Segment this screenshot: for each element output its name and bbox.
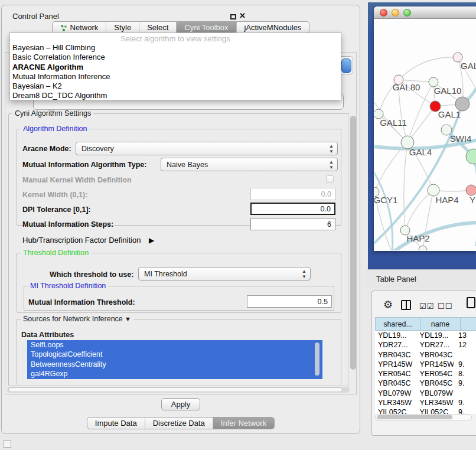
tab-label: Infer Network [221, 419, 266, 428]
table-row[interactable]: YLR345WYLR345W9. [375, 398, 476, 407]
table-row[interactable]: YDL19...YDL19...13 [375, 331, 476, 340]
table-row[interactable]: YPR145WYPR145W9. [375, 360, 476, 369]
manual-kernel-checkbox[interactable] [326, 175, 334, 183]
gear-icon[interactable]: ⚙ [383, 298, 393, 311]
data-attributes-label: Data Attributes [21, 331, 74, 339]
dpi-tolerance-label: DPI Tolerance [0,1]: [22, 206, 91, 214]
hub-definition-label: Hub/Transcription Factor Definition [22, 236, 141, 244]
window-zoom-icon[interactable] [403, 9, 411, 17]
tab-jactivemnodules[interactable]: jActiveMNodules [236, 22, 309, 33]
network-edge[interactable] [404, 142, 407, 230]
table-cell: 13 [454, 331, 476, 340]
network-edge[interactable] [399, 57, 458, 80]
table-cell: YDR27... [375, 340, 417, 350]
data-attribute-item[interactable]: SelfLoops [27, 340, 322, 350]
network-edge[interactable] [407, 106, 435, 142]
table-cell: YPR145W [375, 360, 417, 369]
split-view-icon[interactable] [401, 300, 411, 310]
table-cell: 9. [454, 379, 476, 388]
network-edge[interactable] [374, 165, 393, 250]
node-label: HAP2 [406, 233, 429, 243]
algorithm-option[interactable]: Bayesian – K2 [10, 81, 341, 91]
table-cell: YER054C [375, 369, 417, 379]
table-cell: 9. [454, 360, 476, 369]
table-cell: YLR345W [375, 398, 417, 407]
tab-select[interactable]: Select [139, 22, 176, 33]
data-attribute-item[interactable]: TopologicalCoefficient [27, 350, 322, 359]
column-header[interactable]: shared... [375, 317, 420, 331]
table-row[interactable]: YER054CYER054C8. [375, 369, 476, 379]
tab-style[interactable]: Style [106, 22, 139, 33]
table-horizontal-scrollbar[interactable] [375, 414, 472, 420]
dpi-tolerance-field[interactable]: 0.0 [250, 203, 335, 215]
table-header: shared...name [375, 317, 476, 331]
collapsed-panel-icon[interactable] [4, 440, 11, 448]
table-row[interactable]: YBR043CYBR043C [375, 350, 476, 360]
data-attribute-item[interactable]: gal4RGexp [27, 369, 322, 379]
aracne-mode-value: Discovery [81, 145, 114, 153]
tab-cyni-toolbox[interactable]: Cyni Toolbox [176, 22, 236, 33]
network-node-hap4[interactable] [428, 184, 439, 196]
column-header[interactable]: name [420, 317, 461, 331]
close-panel-icon[interactable]: ✕ [239, 11, 246, 20]
network-canvas[interactable]: GALGAL80GAL10GAL1GAL11SWI4GAL4GCY1HAP4YH… [374, 19, 476, 250]
node-label: HAP4 [435, 195, 458, 205]
algorithm-option[interactable]: Mutual Information Inference [10, 72, 341, 81]
network-node-y[interactable] [466, 185, 476, 195]
window-minimize-icon[interactable] [392, 9, 399, 17]
mi-algorithm-type-combo[interactable]: Naive Bayes ▲▼ [161, 158, 338, 171]
select-all-icon[interactable]: ☑☑ [419, 302, 434, 311]
deselect-all-icon[interactable]: ☐☐ [438, 302, 452, 311]
which-threshold-value: MI Threshold [144, 270, 187, 278]
algorithm-option[interactable]: Basic Correlation Inference [10, 53, 341, 62]
which-threshold-combo[interactable]: MI Threshold ▲▼ [138, 267, 311, 281]
aracne-mode-combo[interactable]: Discovery ▲▼ [76, 142, 338, 155]
network-window-titlebar[interactable] [374, 6, 476, 19]
horizontal-scrollbar[interactable] [7, 387, 350, 393]
table-row[interactable]: YDR27...YDR27...12 [375, 340, 476, 350]
table-row[interactable]: YBL079WYBL079W [375, 389, 476, 398]
table-cell: YBR045C [375, 379, 417, 388]
algorithm-option[interactable]: Dream8 DC_TDC Algorithm [10, 91, 341, 100]
data-attribute-item[interactable]: BetweennessCentrality [27, 360, 322, 369]
table-cell [454, 350, 476, 360]
table-cell: YBR043C [375, 350, 417, 360]
group-title: Algorithm Definition [21, 125, 89, 133]
table-cell: 9. [454, 398, 476, 407]
mi-algorithm-type-value: Naive Bayes [167, 161, 208, 169]
node-label: GAL1 [438, 109, 461, 119]
apply-button[interactable]: Apply [161, 398, 200, 410]
float-panel-icon[interactable] [230, 14, 236, 19]
algorithm-option[interactable]: Bayesian – Hill Climbing [10, 43, 341, 53]
tab-network[interactable]: Network [53, 22, 106, 33]
list-scrollbar[interactable] [315, 343, 319, 376]
tab-label: Select [147, 23, 168, 32]
tab-impute-data[interactable]: Impute Data [87, 418, 145, 429]
tab-discretize-data[interactable]: Discretize Data [145, 418, 213, 429]
hub-definition-expander[interactable]: Hub/Transcription Factor Definition ▶ [22, 236, 154, 244]
table-row[interactable]: YIL052CYIL052C9. [375, 407, 476, 414]
bottom-tabbar: Impute DataDiscretize DataInfer Network [1, 417, 360, 429]
table-cell: YBL079W [375, 389, 417, 398]
mi-steps-field[interactable]: 6 [250, 218, 335, 230]
table-panel-title: Table Panel [376, 275, 416, 283]
tab-label: Cyni Toolbox [184, 23, 228, 32]
node-label: SWI4 [450, 133, 472, 144]
data-attributes-list[interactable]: SelfLoopsTopologicalCoefficientBetweenne… [27, 340, 322, 379]
tab-label: Style [114, 23, 131, 32]
tab-infer-network[interactable]: Infer Network [213, 418, 274, 429]
group-title: Cyni Algorithm Settings [12, 109, 93, 118]
combo-spinner-button[interactable] [341, 58, 351, 73]
node-label: GCY1 [374, 195, 397, 205]
table-row[interactable]: YBR045CYBR045C9. [375, 379, 476, 388]
column-header[interactable] [461, 317, 476, 331]
table-body: YDL19...YDL19...13YDR27...YDR27...12YBR0… [375, 331, 476, 414]
vertical-scrollbar[interactable] [348, 112, 356, 387]
window-close-icon[interactable] [380, 9, 387, 17]
file-icon[interactable] [467, 297, 475, 308]
node-label: GAL80 [393, 82, 420, 92]
algorithm-option[interactable]: ARACNE Algorithm [10, 63, 341, 72]
sources-group-title[interactable]: Sources for Network Inference [21, 315, 133, 323]
kernel-width-field[interactable]: 0.0 [250, 188, 335, 200]
mutual-info-threshold-field[interactable]: 0.5 [247, 295, 332, 308]
